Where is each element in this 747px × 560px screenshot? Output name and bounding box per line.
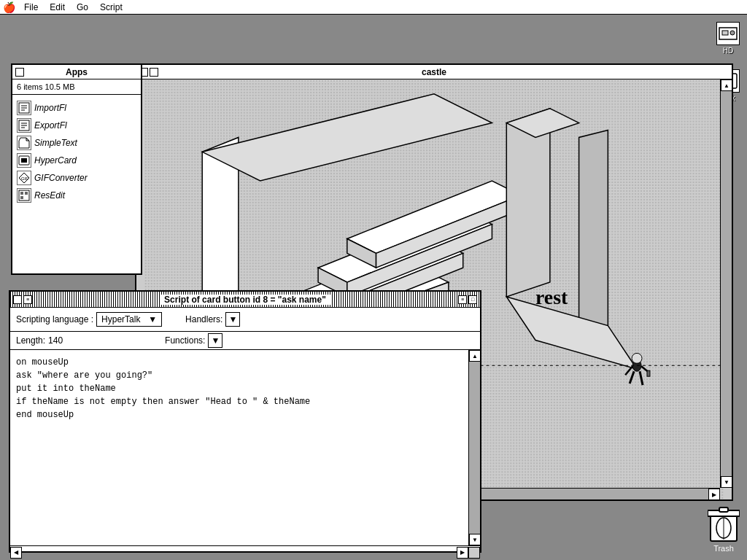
importfl-label: ImportFl xyxy=(34,103,66,113)
apps-close-btn[interactable] xyxy=(15,68,24,77)
exportfl-label: ExportFl xyxy=(34,120,67,131)
script-vscrollbar[interactable]: ▲ ▼ xyxy=(468,350,480,545)
svg-rect-1 xyxy=(722,31,728,35)
castle-title: castle xyxy=(419,67,449,77)
scripting-language-arrow: ▼ xyxy=(148,314,157,324)
script-titlebar: ≡ Script of card button id 8 = "ask name… xyxy=(10,292,480,308)
code-line-4: if theName is not empty then answer "Hea… xyxy=(16,395,462,408)
code-line-1: on mouseUp xyxy=(16,356,462,369)
castle-scroll-track xyxy=(721,91,732,476)
script-scroll-up[interactable]: ▲ xyxy=(469,350,481,362)
hypercard-icon xyxy=(17,153,31,168)
trash-icon[interactable]: Trash xyxy=(708,505,740,553)
importfl-icon xyxy=(17,101,31,115)
exportfl-icon xyxy=(17,118,31,133)
menu-file[interactable]: File xyxy=(24,2,38,12)
script-scroll-down[interactable]: ▼ xyxy=(469,534,481,545)
code-line-5: end mouseUp xyxy=(16,408,462,421)
code-line-2: ask "where are you going?" xyxy=(16,369,462,382)
svg-point-2 xyxy=(730,31,735,35)
script-scroll-track xyxy=(469,362,480,534)
svg-point-34 xyxy=(632,353,642,363)
app-item-resedit[interactable]: ResEdit xyxy=(17,187,136,204)
scripting-language-group: Scripting language : HyperTalk ▼ xyxy=(16,312,162,327)
app-item-gifconverter[interactable]: GIF GIFConverter xyxy=(17,169,136,187)
app-item-exportfl[interactable]: ExportFl xyxy=(17,117,136,134)
app-item-hypercard[interactable]: HyperCard xyxy=(17,152,136,169)
handlers-label: Handlers: xyxy=(185,314,222,324)
svg-rect-39 xyxy=(647,370,650,376)
script-collapse-btn[interactable]: ≡ xyxy=(23,295,32,304)
gifconverter-label: GIFConverter xyxy=(34,173,88,183)
app-item-importfl[interactable]: ImportFl xyxy=(17,99,136,117)
castle-vscroll[interactable]: ▲ ▼ xyxy=(720,79,732,488)
trash-icon-img xyxy=(708,505,740,542)
apps-title: Apps xyxy=(63,67,90,77)
script-resize-btn[interactable]: □ xyxy=(468,295,477,304)
apps-info: 6 items 10.5 MB xyxy=(12,79,141,95)
apple-menu[interactable]: 🍎 xyxy=(3,1,15,13)
svg-marker-30 xyxy=(579,131,608,333)
menu-go[interactable]: Go xyxy=(77,2,88,12)
script-close-btn[interactable] xyxy=(13,295,22,304)
script-window: ≡ Script of card button id 8 = "ask name… xyxy=(9,290,481,553)
resedit-icon xyxy=(17,188,31,203)
svg-text:rest: rest xyxy=(535,286,568,308)
menu-script[interactable]: Script xyxy=(100,2,123,12)
hd-icon-img xyxy=(716,22,740,45)
script-resize-handle[interactable] xyxy=(468,547,480,559)
castle-scroll-right[interactable]: ▶ xyxy=(708,489,720,499)
scripting-language-label: Scripting language : xyxy=(16,314,93,324)
desktop: HD Disk castle xyxy=(0,15,747,560)
scripting-language-value: HyperTalk xyxy=(101,314,140,324)
castle-scroll-up[interactable]: ▲ xyxy=(721,79,732,91)
script-hscroll-left[interactable]: ◀ xyxy=(10,547,22,559)
svg-rect-52 xyxy=(21,158,27,163)
gifconverter-icon: GIF xyxy=(17,171,31,185)
script-controls: Scripting language : HyperTalk ▼ Handler… xyxy=(10,308,480,332)
hd-icon-label: HD xyxy=(723,47,733,55)
menu-edit[interactable]: Edit xyxy=(50,2,65,12)
castle-titlebar: castle xyxy=(136,65,732,79)
handlers-dropdown[interactable]: ▼ xyxy=(225,312,240,327)
hypercard-label: HyperCard xyxy=(34,155,77,166)
apps-window: Apps 6 items 10.5 MB ImportFl ExportFl xyxy=(11,63,142,275)
script-bottom-bar: ◀ ▶ xyxy=(10,545,480,559)
script-editor[interactable]: on mouseUp ask "where are you going?" pu… xyxy=(10,350,468,545)
svg-text:GIF: GIF xyxy=(21,176,28,181)
simpletext-icon xyxy=(17,136,31,150)
resedit-label: ResEdit xyxy=(34,190,65,201)
script-body: on mouseUp ask "where are you going?" pu… xyxy=(10,350,480,545)
code-line-3: put it into theName xyxy=(16,382,462,395)
length-label: Length: xyxy=(16,335,45,346)
svg-rect-61 xyxy=(719,508,728,512)
apps-titlebar: Apps xyxy=(12,65,141,79)
script-hscroll-right[interactable]: ▶ xyxy=(457,547,468,559)
trash-label: Trash xyxy=(713,544,734,553)
script-length-bar: Length: 140 Functions: ▼ xyxy=(10,332,480,350)
menubar: 🍎 File Edit Go Script xyxy=(0,0,747,15)
app-item-simpletext[interactable]: SimpleText xyxy=(17,134,136,152)
svg-rect-58 xyxy=(20,196,23,199)
svg-marker-28 xyxy=(506,109,550,297)
functions-label: Functions: xyxy=(165,335,205,346)
scripting-language-dropdown[interactable]: HyperTalk ▼ xyxy=(96,312,162,327)
castle-zoom-btn[interactable] xyxy=(150,68,158,77)
apps-item-count: 6 items 10.5 MB xyxy=(17,82,74,91)
svg-rect-57 xyxy=(25,192,28,195)
functions-group: Functions: ▼ xyxy=(165,333,222,348)
functions-dropdown[interactable]: ▼ xyxy=(208,333,222,348)
hd-icon[interactable]: HD xyxy=(716,22,740,55)
apps-items-list: ImportFl ExportFl SimpleText HyperCard xyxy=(12,95,141,209)
simpletext-label: SimpleText xyxy=(34,138,77,148)
script-title: Script of card button id 8 = "ask name" xyxy=(160,295,330,305)
handlers-group: Handlers: ▼ xyxy=(185,312,240,327)
svg-marker-50 xyxy=(26,138,29,141)
castle-scroll-down[interactable]: ▼ xyxy=(721,476,732,488)
svg-rect-56 xyxy=(20,192,23,195)
script-expand-btn[interactable]: ≡ xyxy=(458,295,467,304)
length-value: 140 xyxy=(48,335,63,346)
